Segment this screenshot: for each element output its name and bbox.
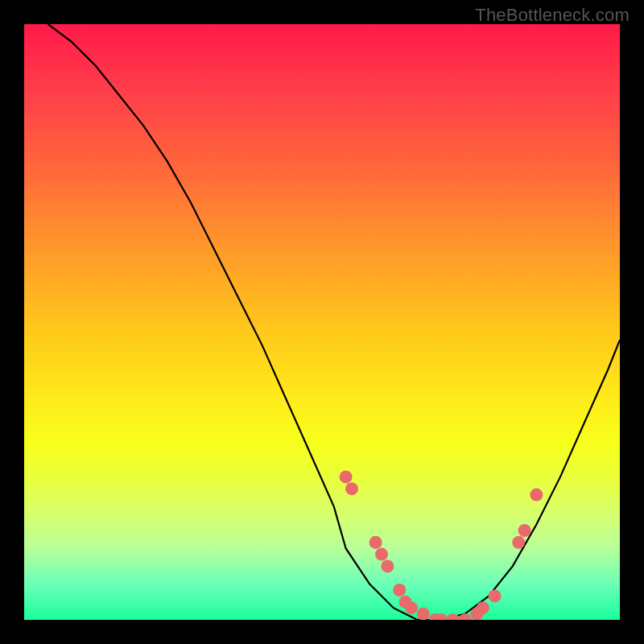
curve-marker	[512, 536, 525, 549]
curve-markers	[340, 470, 543, 620]
curve-marker	[417, 608, 430, 620]
curve-marker	[375, 548, 388, 561]
curve-marker	[518, 524, 531, 537]
curve-marker	[477, 601, 489, 614]
watermark-text: TheBottleneck.com	[475, 5, 630, 26]
curve-marker	[340, 470, 353, 483]
chart-plot-area	[24, 24, 620, 620]
curve-marker	[345, 482, 358, 495]
chart-svg	[24, 24, 620, 620]
curve-marker	[489, 589, 502, 602]
curve-marker	[405, 601, 418, 614]
curve-marker	[369, 536, 382, 549]
curve-marker	[530, 489, 543, 502]
bottleneck-curve	[48, 24, 620, 620]
curve-marker	[393, 584, 406, 597]
curve-marker	[447, 613, 460, 620]
curve-marker	[381, 559, 394, 572]
